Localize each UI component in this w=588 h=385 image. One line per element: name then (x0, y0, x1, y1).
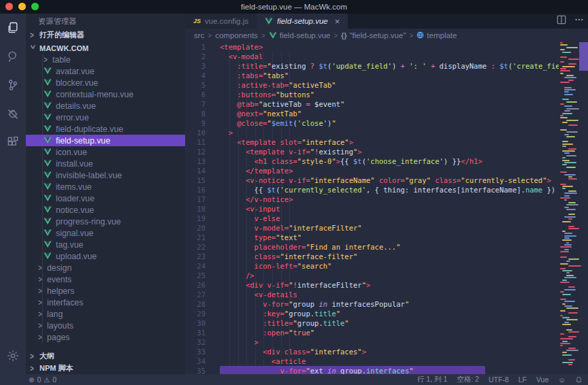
settings-gear-icon[interactable] (0, 341, 26, 370)
code-line[interactable]: 4 :tabs="tabs" (185, 71, 559, 80)
code-line[interactable]: 7 @tab="activeTab = $event" (185, 99, 559, 109)
more-actions-icon[interactable] (574, 15, 584, 27)
code-line[interactable]: 8 @next="nextTab" (185, 109, 559, 118)
code-line[interactable]: 15 <v-notice v-if="interfaceName" color=… (185, 175, 559, 185)
code-line[interactable]: 10 > (185, 128, 559, 137)
code-line[interactable]: 34 <article (185, 356, 559, 366)
zoom-window-button[interactable] (31, 3, 39, 10)
open-editors-section[interactable]: > 打开的编辑器 (26, 29, 185, 41)
sidebar-section-NPM 脚本[interactable]: >NPM 脚本 (26, 362, 185, 374)
minimize-window-button[interactable] (18, 3, 26, 10)
code-line[interactable]: 30 :title="group.title" (185, 318, 559, 328)
sidebar-item-layouts[interactable]: >layouts (26, 320, 185, 331)
language-mode[interactable]: Vue (536, 375, 549, 384)
code-line[interactable]: 1<template> (185, 42, 559, 52)
source-control-icon[interactable] (0, 71, 26, 99)
breadcrumb-item[interactable]: {}"field-setup.vue" (341, 31, 406, 39)
code-line[interactable]: 18 <v-input (185, 204, 559, 214)
sidebar-item-pages[interactable]: >pages (26, 331, 185, 343)
sidebar-item-field-duplicate.vue[interactable]: field-duplicate.vue (26, 123, 185, 135)
code-line[interactable]: 3 :title="existing ? $t('update_field') … (185, 61, 559, 71)
code-line[interactable]: 27 <v-details (185, 290, 559, 299)
code-editor[interactable]: 1<template>2 <v-modal3 :title="existing … (185, 42, 588, 374)
extensions-icon[interactable] (0, 128, 26, 156)
code-line[interactable]: 12 <template v-if="!existing"> (185, 147, 559, 156)
code-line[interactable]: 20 v-model="interfaceFilter" (185, 223, 559, 233)
sidebar-item-lang[interactable]: >lang (26, 308, 185, 320)
split-editor-icon[interactable] (557, 15, 566, 27)
scrollbar-thumb[interactable] (579, 42, 588, 71)
vue-file-icon (44, 137, 52, 144)
tab-field-setup.vue[interactable]: field-setup.vue× (257, 14, 348, 29)
breadcrumb-item[interactable]: template (416, 31, 457, 40)
close-window-button[interactable] (5, 3, 13, 10)
code-line[interactable]: 16 {{ $t('currently_selected', { thing: … (185, 185, 559, 195)
code-line[interactable]: 25 /> (185, 271, 559, 280)
code-line[interactable]: 33 <div class="interfaces"> (185, 347, 559, 356)
code-line[interactable]: 6 :buttons="buttons" (185, 90, 559, 99)
sidebar-item-notice.vue[interactable]: notice.vue (26, 204, 185, 216)
code-line[interactable]: 24 icon-left="search" (185, 261, 559, 271)
sidebar-item-design[interactable]: >design (26, 262, 185, 273)
breadcrumb-item[interactable]: components (215, 31, 258, 39)
sidebar-item-invisible-label.vue[interactable]: invisible-label.vue (26, 169, 185, 181)
minimap[interactable] (559, 42, 579, 374)
code-line[interactable]: 13 <h1 class="style-0">{{ $t('choose_int… (185, 156, 559, 166)
code-line[interactable]: 35 v-for="ext in group.interfaces" (185, 366, 559, 374)
code-line[interactable]: 28 v-for="group in interfacesPopular" (185, 299, 559, 309)
code-line[interactable]: 17 </v-notice> (185, 195, 559, 204)
code-line[interactable]: 29 :key="group.title" (185, 309, 559, 318)
sidebar-item-loader.vue[interactable]: loader.vue (26, 192, 185, 204)
code-line[interactable]: 22 placeholder="Find an interface..." (185, 242, 559, 252)
vue-file-icon (44, 183, 52, 190)
eol[interactable]: LF (519, 375, 527, 384)
vue-file-icon (269, 32, 277, 39)
sidebar-item-table[interactable]: >table (26, 54, 185, 65)
feedback-smiley-icon[interactable]: ☺ (558, 375, 566, 384)
sidebar-item-blocker.vue[interactable]: blocker.vue (26, 77, 185, 88)
close-tab-icon[interactable]: × (335, 16, 340, 27)
sidebar-item-interfaces[interactable]: >interfaces (26, 297, 185, 308)
code-line[interactable]: 23 class="interface-filter" (185, 252, 559, 261)
search-icon[interactable] (0, 42, 26, 71)
code-line[interactable]: 21 type="text" (185, 233, 559, 242)
notifications-bell-icon[interactable] (575, 376, 583, 384)
sidebar-item-events[interactable]: >events (26, 273, 185, 285)
sidebar-section-大纲[interactable]: >大纲 (26, 350, 185, 362)
sidebar-item-items.vue[interactable]: items.vue (26, 181, 185, 192)
sidebar-item-tag.vue[interactable]: tag.vue (26, 239, 185, 250)
code-line[interactable]: 14 </template> (185, 166, 559, 175)
cursor-position[interactable]: 行 1, 列 1 (417, 375, 447, 384)
breadcrumb-label: components (215, 31, 258, 39)
code-line[interactable]: 26 <div v-if="!interfaceFilter"> (185, 280, 559, 290)
sidebar-item-field-setup.vue[interactable]: field-setup.vue (26, 135, 185, 146)
sidebar-item-install.vue[interactable]: install.vue (26, 158, 185, 169)
code-line[interactable]: 11 <template slot="interface"> (185, 137, 559, 147)
encoding[interactable]: UTF-8 (489, 375, 509, 384)
breadcrumb-item[interactable]: src (194, 31, 204, 39)
vertical-scrollbar[interactable] (579, 42, 588, 374)
code-line[interactable]: 5 :active-tab="activeTab" (185, 80, 559, 90)
sidebar-item-progress-ring.vue[interactable]: progress-ring.vue (26, 216, 185, 227)
code-line[interactable]: 2 <v-modal (185, 52, 559, 61)
code-line[interactable]: 9 @close="$emit('close')" (185, 118, 559, 128)
sidebar-item-helpers[interactable]: >helpers (26, 285, 185, 297)
sidebar-item-signal.vue[interactable]: signal.vue (26, 227, 185, 239)
tab-vue.config.js[interactable]: JSvue.config.js (185, 14, 257, 29)
sidebar-item-error.vue[interactable]: error.vue (26, 112, 185, 123)
indentation[interactable]: 空格: 2 (457, 375, 479, 384)
sidebar-item-upload.vue[interactable]: upload.vue (26, 250, 185, 262)
debug-icon[interactable] (0, 99, 26, 128)
sidebar-item-details.vue[interactable]: details.vue (26, 100, 185, 112)
workspace-root-section[interactable]: > MACWK.COM (26, 41, 185, 54)
code-line[interactable]: 31 :open="true" (185, 328, 559, 337)
vue-file-icon (44, 114, 52, 121)
code-line[interactable]: 32 > (185, 337, 559, 347)
sidebar-item-icon.vue[interactable]: icon.vue (26, 146, 185, 158)
sidebar-item-avatar.vue[interactable]: avatar.vue (26, 65, 185, 77)
code-line[interactable]: 19 v-else (185, 214, 559, 223)
explorer-icon[interactable] (0, 14, 26, 42)
sidebar-item-contextual-menu.vue[interactable]: contextual-menu.vue (26, 88, 185, 100)
breadcrumb-item[interactable]: field-setup.vue (269, 31, 331, 39)
problems-status[interactable]: ⊗0⚠0 (29, 375, 56, 384)
